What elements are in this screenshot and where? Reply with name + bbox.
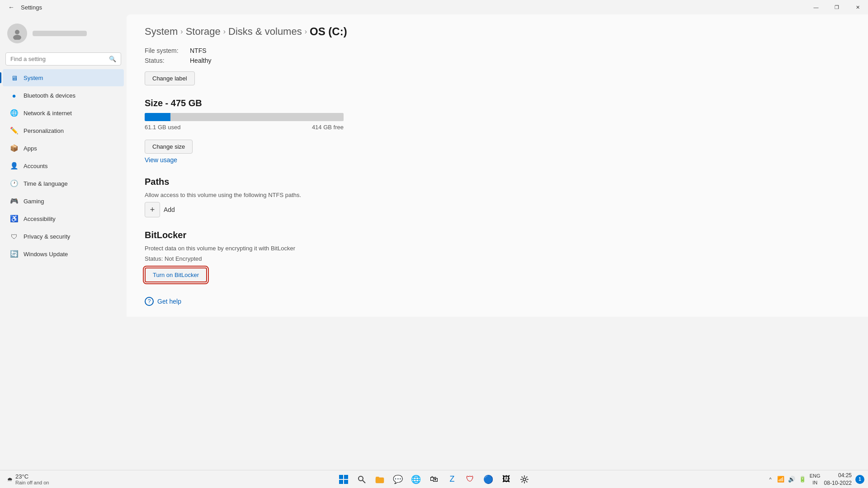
- sidebar-item-personalization-label: Personalization: [24, 127, 64, 134]
- sidebar-item-privacy-label: Privacy & security: [24, 233, 70, 240]
- user-name-bar: [33, 31, 87, 36]
- title-bar: ← Settings — ❐ ✕: [0, 0, 868, 14]
- taskbar-right: ^ 📶 🔊 🔋 ENG IN 04:25 08-10-2022 1: [768, 472, 864, 487]
- taskbar-app1[interactable]: Z: [444, 471, 460, 488]
- add-path-row: + Add: [145, 202, 850, 217]
- clock-time: 04:25: [824, 472, 852, 479]
- status-row: Status: Healthy: [145, 57, 850, 64]
- network-icon-taskbar[interactable]: 📶: [777, 476, 784, 483]
- taskbar-mcafee[interactable]: 🛡: [462, 471, 478, 488]
- svg-rect-9: [376, 477, 379, 479]
- system-tray-expand[interactable]: ^: [768, 477, 774, 482]
- sidebar-item-network[interactable]: 🌐 Network & internet: [3, 104, 124, 122]
- start-button[interactable]: [335, 471, 352, 488]
- sidebar-item-system-label: System: [24, 75, 43, 81]
- sidebar-item-personalization[interactable]: ✏️ Personalization: [3, 122, 124, 139]
- breadcrumb-current: OS (C:): [310, 25, 347, 38]
- storage-labels: 61.1 GB used 414 GB free: [145, 124, 344, 131]
- breadcrumb-disks[interactable]: Disks & volumes: [228, 26, 302, 38]
- sidebar-item-apps[interactable]: 📦 Apps: [3, 140, 124, 157]
- taskbar-teams[interactable]: 💬: [390, 471, 406, 488]
- accounts-icon: 👤: [10, 162, 18, 170]
- sidebar-item-network-label: Network & internet: [24, 110, 72, 117]
- taskbar-photos[interactable]: 🖼: [498, 471, 514, 488]
- back-icon[interactable]: ←: [5, 2, 17, 13]
- sidebar-item-gaming[interactable]: 🎮 Gaming: [3, 192, 124, 210]
- nav-list: 🖥 System ● Bluetooth & devices 🌐 Network…: [0, 69, 127, 263]
- storage-bar-used: [145, 113, 170, 121]
- size-section-title: Size - 475 GB: [145, 98, 850, 108]
- taskbar-store[interactable]: 🛍: [426, 471, 442, 488]
- privacy-icon: 🛡: [10, 232, 18, 240]
- bluetooth-icon: ●: [10, 91, 18, 99]
- maximize-button[interactable]: ❐: [826, 0, 847, 14]
- sidebar-item-bluetooth[interactable]: ● Bluetooth & devices: [3, 87, 124, 104]
- weather-widget[interactable]: 🌧 23°C Rain off and on: [4, 473, 52, 485]
- main-content: System › Storage › Disks & volumes › OS …: [127, 14, 868, 317]
- content-area: 🔍 🖥 System ● Bluetooth & devices 🌐 Netwo…: [0, 14, 868, 317]
- user-profile[interactable]: [0, 18, 127, 51]
- window-controls: — ❐ ✕: [806, 0, 868, 14]
- battery-icon[interactable]: 🔋: [799, 476, 806, 483]
- storage-used-label: 61.1 GB used: [145, 124, 181, 131]
- get-help-row: ? Get help: [145, 297, 850, 306]
- notification-icon[interactable]: 1: [855, 475, 864, 484]
- storage-bar-container: [145, 113, 344, 121]
- search-input[interactable]: [10, 56, 105, 62]
- sidebar-item-accessibility-label: Accessibility: [24, 216, 56, 222]
- svg-rect-3: [344, 475, 348, 479]
- sidebar-item-windowsupdate[interactable]: 🔄 Windows Update: [3, 245, 124, 263]
- volume-icon[interactable]: 🔊: [788, 476, 795, 483]
- weather-desc: Rain off and on: [15, 480, 49, 485]
- system-clock[interactable]: 04:25 08-10-2022: [824, 472, 852, 487]
- sidebar-item-accounts-label: Accounts: [24, 163, 47, 169]
- taskbar-chrome[interactable]: 🔵: [480, 471, 496, 488]
- language-indicator[interactable]: ENG IN: [810, 473, 821, 486]
- sidebar-item-timelanguage[interactable]: 🕐 Time & language: [3, 175, 124, 192]
- breadcrumb-system[interactable]: System: [145, 26, 178, 38]
- clock-date: 08-10-2022: [824, 479, 852, 487]
- status-value: Healthy: [190, 57, 211, 64]
- turn-on-bitlocker-button[interactable]: Turn on BitLocker: [145, 267, 207, 282]
- sidebar: 🔍 🖥 System ● Bluetooth & devices 🌐 Netwo…: [0, 14, 127, 317]
- view-usage-link[interactable]: View usage: [145, 156, 177, 164]
- window-title: Settings: [21, 4, 42, 11]
- active-indicator: [0, 72, 1, 83]
- change-label-button[interactable]: Change label: [145, 71, 195, 85]
- bitlocker-section-title: BitLocker: [145, 230, 850, 240]
- minimize-button[interactable]: —: [806, 0, 826, 14]
- close-button[interactable]: ✕: [847, 0, 868, 14]
- change-size-button[interactable]: Change size: [145, 140, 193, 154]
- taskbar-edge[interactable]: 🌐: [408, 471, 424, 488]
- taskbar-search[interactable]: [354, 471, 370, 488]
- svg-line-7: [363, 480, 365, 483]
- time-icon: 🕐: [10, 179, 18, 188]
- sidebar-item-accounts[interactable]: 👤 Accounts: [3, 157, 124, 174]
- update-icon: 🔄: [10, 250, 18, 258]
- breadcrumb-storage[interactable]: Storage: [186, 26, 221, 38]
- filesystem-label: File system:: [145, 47, 190, 54]
- search-icon: 🔍: [109, 56, 116, 62]
- svg-point-0: [15, 30, 19, 34]
- sidebar-item-privacy[interactable]: 🛡 Privacy & security: [3, 228, 124, 245]
- get-help-link[interactable]: Get help: [157, 298, 181, 305]
- search-box[interactable]: 🔍: [5, 52, 121, 66]
- gaming-icon: 🎮: [10, 197, 18, 205]
- sidebar-item-bluetooth-label: Bluetooth & devices: [24, 92, 75, 99]
- add-path-button[interactable]: +: [145, 202, 160, 217]
- paths-description: Allow access to this volume using the fo…: [145, 192, 850, 198]
- svg-point-6: [359, 476, 363, 481]
- sidebar-item-windowsupdate-label: Windows Update: [24, 251, 68, 258]
- sidebar-item-accessibility[interactable]: ♿ Accessibility: [3, 210, 124, 227]
- get-help-icon: ?: [145, 297, 154, 306]
- breadcrumb-sep-3: ›: [305, 28, 307, 36]
- sidebar-item-system[interactable]: 🖥 System: [3, 69, 124, 86]
- filesystem-value: NTFS: [190, 47, 207, 54]
- taskbar-settings[interactable]: [516, 471, 533, 488]
- taskbar-center: 💬 🌐 🛍 Z 🛡 🔵 🖼: [335, 471, 533, 488]
- weather-icon: 🌧: [7, 476, 13, 483]
- taskbar-file-explorer[interactable]: [372, 471, 388, 488]
- taskbar-left: 🌧 23°C Rain off and on: [4, 473, 52, 485]
- filesystem-row: File system: NTFS: [145, 47, 850, 54]
- storage-free-label: 414 GB free: [312, 124, 344, 131]
